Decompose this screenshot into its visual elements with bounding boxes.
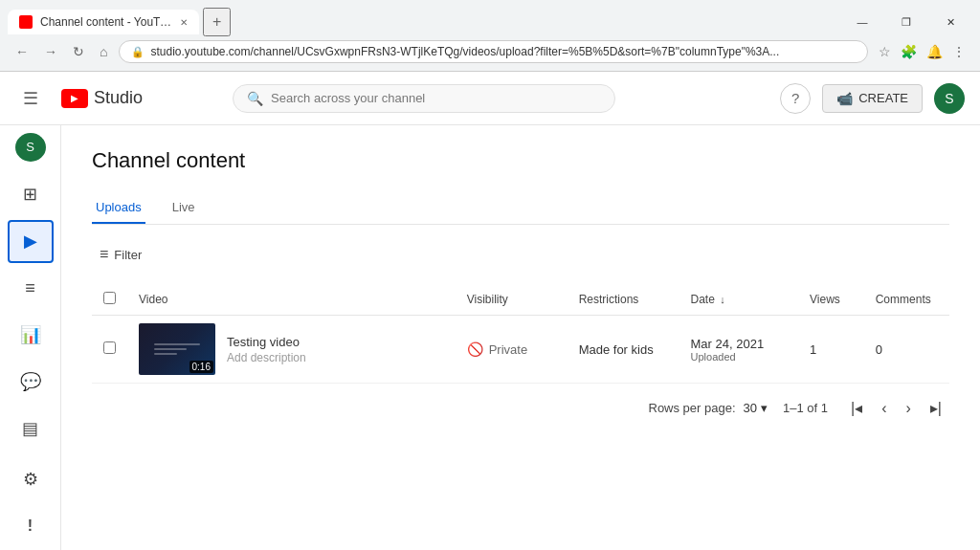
date-sub-value: Uploaded [691, 351, 788, 363]
sidebar-item-feedback[interactable]: ! [8, 504, 54, 547]
sidebar-item-playlists[interactable]: ≡ [8, 267, 54, 310]
settings-icon: ⚙ [23, 469, 38, 490]
dashboard-icon: ⊞ [23, 184, 37, 205]
notifications-button[interactable]: 🔔 [924, 41, 946, 62]
sidebar-item-comments[interactable]: 💬 [8, 361, 54, 404]
filter-icon: ≡ [100, 246, 108, 263]
search-input[interactable] [271, 91, 601, 105]
menu-button[interactable]: ⋮ [949, 41, 969, 62]
comments-icon: 💬 [20, 371, 41, 392]
maximize-button[interactable]: ❐ [884, 8, 928, 36]
tab-favicon [19, 15, 33, 29]
monetization-icon: ▤ [22, 418, 38, 439]
column-header-restrictions: Restrictions [568, 284, 679, 316]
date-cell: Mar 24, 2021 Uploaded [691, 337, 788, 363]
rows-per-page: Rows per page: 30 ▾ [649, 401, 768, 415]
first-page-button[interactable]: |◂ [843, 395, 870, 421]
sidebar-item-content[interactable]: ▶ [8, 220, 54, 263]
address-text: studio.youtube.com/channel/UCsvGxwpnFRsN… [150, 45, 856, 58]
comments-cell: 0 [864, 316, 949, 384]
back-button[interactable]: ← [11, 40, 33, 63]
tab-label: Channel content - YouTube Studi [40, 15, 172, 29]
home-button[interactable]: ⌂ [96, 40, 111, 63]
sidebar-item-dashboard[interactable]: ⊞ [8, 173, 54, 216]
playlists-icon: ≡ [25, 278, 35, 298]
hamburger-button[interactable]: ☰ [15, 80, 46, 117]
column-header-comments: Comments [864, 284, 949, 316]
private-icon: 🚫 [467, 341, 483, 357]
sidebar-item-settings[interactable]: ⚙ [8, 457, 54, 500]
row-checkbox[interactable] [103, 341, 116, 354]
youtube-icon [61, 89, 88, 108]
video-title[interactable]: Testing video [227, 335, 306, 349]
close-button[interactable]: ✕ [928, 8, 972, 36]
bookmark-button[interactable]: ☆ [876, 41, 894, 62]
content-icon: ▶ [24, 231, 37, 252]
youtube-logo [61, 89, 88, 108]
video-description[interactable]: Add description [227, 351, 306, 364]
dropdown-icon: ▾ [761, 401, 768, 415]
column-header-date[interactable]: Date ↓ [679, 284, 799, 316]
app-header: ☰ Studio 🔍 ? 📹 CREATE S [0, 72, 980, 125]
table-row: 0:16 Testing video Add description 🚫 [92, 316, 949, 384]
camera-icon: 📹 [836, 91, 853, 106]
main-layout: S ⊞ ▶ ≡ 📊 💬 ▤ ⚙ [0, 125, 980, 550]
column-header-views: Views [798, 284, 864, 316]
visibility-value: Private [489, 342, 527, 357]
lock-icon: 🔒 [131, 46, 145, 58]
column-header-visibility: Visibility [456, 284, 568, 316]
browser-tab[interactable]: Channel content - YouTube Studi ✕ [8, 10, 199, 34]
refresh-button[interactable]: ↻ [69, 40, 88, 63]
brand: Studio [61, 88, 143, 108]
brand-text: Studio [94, 88, 143, 108]
header-right: ? 📹 CREATE S [780, 83, 965, 114]
column-header-video: Video [127, 284, 456, 316]
date-value: Mar 24, 2021 [691, 337, 788, 351]
filter-button[interactable]: ≡ Filter [92, 240, 149, 269]
prev-page-button[interactable]: ‹ [874, 395, 894, 421]
next-page-button[interactable]: › [899, 395, 919, 421]
video-cell: 0:16 Testing video Add description [139, 323, 444, 375]
page-navigation: |◂ ‹ › ▸| [843, 395, 949, 421]
filter-bar: ≡ Filter [92, 240, 949, 269]
sidebar-item-monetization[interactable]: ▤ [8, 407, 54, 450]
visibility-cell: 🚫 Private [467, 341, 556, 357]
tab-live[interactable]: Live [168, 192, 199, 224]
content-area: Channel content Uploads Live ≡ Filter [61, 125, 980, 550]
sidebar-item-analytics[interactable]: 📊 [8, 314, 54, 357]
page-info: 1–1 of 1 [783, 401, 828, 415]
pagination: Rows per page: 30 ▾ 1–1 of 1 |◂ ‹ › ▸| [92, 384, 949, 432]
user-avatar[interactable]: S [934, 83, 965, 114]
filter-label: Filter [114, 248, 142, 262]
search-icon: 🔍 [247, 91, 263, 106]
address-bar[interactable]: 🔒 studio.youtube.com/channel/UCsvGxwpnFR… [119, 40, 868, 63]
content-tabs: Uploads Live [92, 192, 949, 225]
search-bar[interactable]: 🔍 [233, 84, 615, 113]
create-button[interactable]: 📹 CREATE [822, 84, 923, 113]
analytics-icon: 📊 [20, 324, 41, 345]
sort-icon: ↓ [720, 294, 725, 305]
help-button[interactable]: ? [780, 83, 811, 114]
views-cell: 1 [798, 316, 864, 384]
videos-table: Video Visibility Restrictions Date ↓ [92, 284, 949, 384]
minimize-button[interactable]: — [840, 8, 884, 36]
video-info: Testing video Add description [227, 335, 306, 364]
restrictions-cell: Made for kids [568, 316, 679, 384]
rows-per-page-select[interactable]: 30 ▾ [744, 401, 768, 415]
sidebar-avatar[interactable]: S [15, 133, 46, 162]
new-tab-button[interactable]: + [203, 8, 231, 36]
select-all-checkbox[interactable] [103, 292, 116, 304]
rows-per-page-label: Rows per page: [649, 401, 736, 415]
last-page-button[interactable]: ▸| [923, 395, 949, 421]
extensions-button[interactable]: 🧩 [898, 41, 920, 62]
tab-close-icon[interactable]: ✕ [180, 17, 188, 28]
page-title: Channel content [92, 148, 949, 173]
video-thumbnail[interactable]: 0:16 [139, 323, 215, 375]
forward-button[interactable]: → [40, 40, 61, 63]
feedback-icon: ! [28, 517, 33, 535]
tab-uploads[interactable]: Uploads [92, 192, 145, 224]
create-label: CREATE [858, 91, 908, 105]
sidebar: S ⊞ ▶ ≡ 📊 💬 ▤ ⚙ [0, 125, 61, 550]
video-duration: 0:16 [189, 361, 213, 373]
